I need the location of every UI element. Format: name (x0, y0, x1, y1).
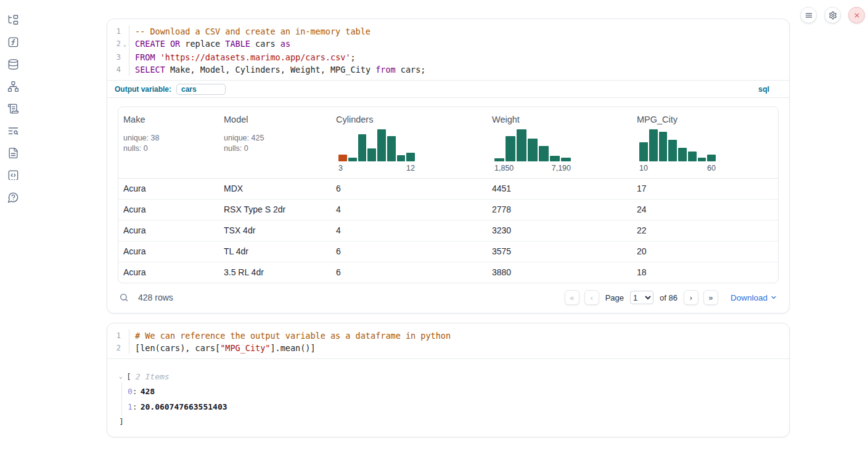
shutdown-button[interactable] (848, 7, 865, 23)
column-stats: unique: 38nulls: 0 (123, 133, 214, 154)
tree-entry-value: 428 (141, 387, 155, 396)
histogram-bar[interactable] (649, 129, 658, 161)
tree-entry-key: 0 (128, 387, 133, 396)
sql-code-editor[interactable]: 1-- Download a CSV and create an in-memo… (107, 19, 789, 80)
histogram-bar[interactable] (561, 158, 571, 161)
column-stats: unique: 425nulls: 0 (224, 133, 326, 154)
sql-cell-output: Makeunique: 38nulls: 0Modelunique: 425nu… (107, 98, 789, 313)
prev-page-button[interactable]: ‹ (584, 290, 599, 305)
histogram-bar[interactable] (406, 153, 415, 161)
next-page-button[interactable]: › (684, 290, 698, 305)
histogram-bar[interactable] (348, 158, 357, 161)
table-cell: Acura (118, 262, 219, 283)
table-cell: 6 (331, 241, 487, 262)
output-variable-input[interactable] (176, 84, 226, 95)
histogram-bar[interactable] (358, 134, 367, 161)
histogram-bar[interactable] (338, 155, 347, 161)
column-histogram[interactable]: 1060 (639, 129, 716, 172)
code-text: -- Download a CSV and create an in-memor… (129, 25, 789, 38)
sidebar-item-variables[interactable] (6, 35, 20, 49)
search-icon[interactable] (119, 293, 129, 302)
table-row[interactable]: AcuraRSX Type S 2dr4277824 (118, 199, 778, 220)
settings-button[interactable] (824, 7, 841, 23)
column-name: Cylinders (336, 115, 482, 124)
fold-chevron-icon[interactable]: ⌄ (121, 38, 129, 51)
menu-button[interactable] (800, 7, 817, 23)
histogram-bar[interactable] (678, 148, 687, 161)
variables-icon (7, 36, 19, 48)
page-total-label: of 86 (660, 293, 678, 302)
histogram-bar[interactable] (707, 155, 716, 161)
code-line[interactable]: 1# We can reference the output variable … (107, 330, 789, 342)
sidebar-item-file-tree[interactable] (6, 13, 20, 26)
chevron-down-icon (770, 294, 777, 301)
column-header-model[interactable]: Modelunique: 425nulls: 0 (219, 107, 331, 178)
python-code-editor[interactable]: 1# We can reference the output variable … (107, 323, 789, 359)
histogram-axis-labels: 1060 (639, 164, 716, 172)
help-icon (7, 192, 19, 203)
histogram-bar[interactable] (639, 142, 648, 161)
sidebar-item-dependency-graph[interactable] (6, 79, 20, 93)
code-line[interactable]: 2⌄CREATE OR replace TABLE cars as (107, 38, 789, 51)
histogram-bar[interactable] (494, 158, 504, 161)
histogram-bar[interactable] (659, 132, 668, 161)
output-variable-label: Output variable: (115, 85, 171, 94)
sidebar-item-scratchpad[interactable] (6, 102, 20, 115)
download-button[interactable]: Download (731, 293, 777, 302)
column-histogram[interactable]: 1,8507,190 (494, 129, 571, 172)
column-header-mpg_city[interactable]: MPG_City1060 (632, 107, 778, 178)
page-select[interactable]: 1 (630, 291, 653, 304)
code-line[interactable]: 1-- Download a CSV and create an in-memo… (107, 25, 789, 38)
histogram-bar[interactable] (517, 129, 526, 161)
first-page-button[interactable]: « (565, 290, 579, 305)
code-text: SELECT Make, Model, Cylinders, Weight, M… (129, 63, 789, 76)
sidebar-item-documentation[interactable] (6, 146, 20, 160)
table-row[interactable]: AcuraMDX6445117 (118, 179, 778, 199)
column-name: Weight (492, 115, 627, 124)
fold-gutter (121, 330, 129, 342)
table-row[interactable]: AcuraTL 4dr6357520 (118, 241, 778, 262)
close-bracket: ] (119, 416, 789, 428)
histogram-bar[interactable] (550, 156, 560, 161)
column-name: MPG_City (637, 115, 773, 124)
histogram-axis-labels: 312 (338, 164, 415, 172)
histogram-bar[interactable] (688, 152, 697, 161)
open-bracket: [ (126, 372, 131, 381)
sidebar-item-snippets[interactable] (6, 168, 20, 182)
last-page-button[interactable]: » (703, 290, 718, 305)
column-header-cylinders[interactable]: Cylinders312 (331, 107, 487, 178)
table-body: AcuraMDX6445117AcuraRSX Type S 2dr427782… (118, 179, 778, 283)
code-line[interactable]: 4SELECT Make, Model, Cylinders, Weight, … (107, 63, 789, 76)
histogram-bar[interactable] (698, 158, 706, 161)
shutdown-icon (853, 11, 861, 20)
histogram-bar[interactable] (387, 136, 396, 161)
fold-gutter (121, 63, 129, 76)
histogram-bar[interactable] (668, 140, 677, 161)
tree-entries: 0:4281:20.060747663551403 (121, 382, 789, 416)
table-row[interactable]: Acura3.5 RL 4dr6388018 (118, 262, 778, 283)
table-cell: 22 (632, 220, 778, 241)
sidebar-item-logs[interactable] (6, 124, 20, 137)
column-header-make[interactable]: Makeunique: 38nulls: 0 (118, 107, 219, 178)
column-histogram[interactable]: 312 (338, 129, 415, 172)
column-header-weight[interactable]: Weight1,8507,190 (487, 107, 632, 178)
line-number: 1 (107, 330, 121, 342)
code-line[interactable]: 2[len(cars), cars["MPG_City"].mean()] (107, 342, 789, 354)
code-line[interactable]: 3FROM 'https://datasets.marimo.app/cars.… (107, 51, 789, 63)
histogram-bar[interactable] (528, 139, 538, 161)
histogram-bar[interactable] (397, 155, 406, 161)
sidebar-item-datasources[interactable] (6, 57, 20, 71)
histogram-bar[interactable] (506, 136, 515, 161)
histogram-bar[interactable] (539, 146, 549, 161)
tree-entry-key: 1 (128, 402, 133, 411)
histogram-bar[interactable] (367, 148, 376, 161)
histogram-bar[interactable] (377, 129, 386, 161)
table-row[interactable]: AcuraTSX 4dr4323022 (118, 220, 778, 241)
sidebar-item-help[interactable] (6, 190, 20, 204)
tree-entry: 0:428 (122, 384, 789, 399)
table-cell: Acura (118, 179, 219, 199)
table-cell: 20 (632, 241, 778, 262)
window-controls (800, 7, 865, 23)
collapse-chevron-icon[interactable]: ⌄ (119, 373, 126, 379)
table-cell: 4 (331, 200, 487, 220)
